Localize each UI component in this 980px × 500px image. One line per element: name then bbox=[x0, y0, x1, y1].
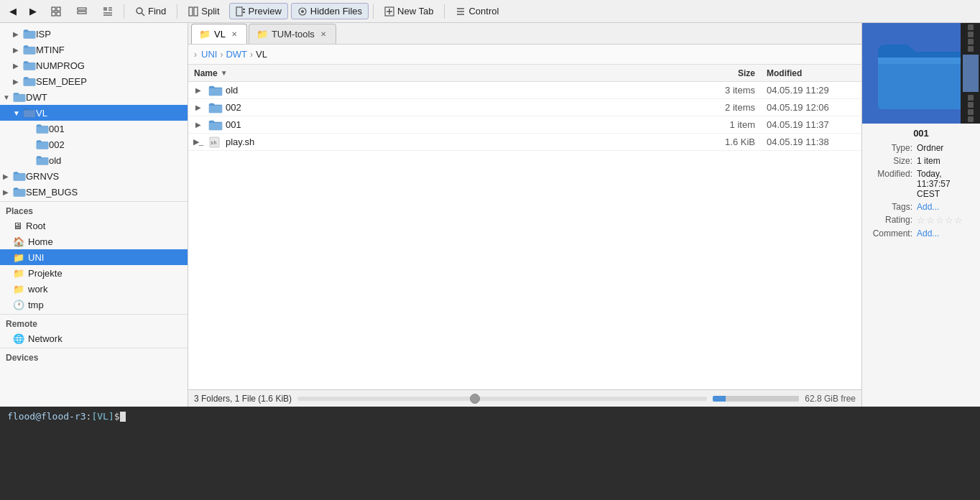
svg-rect-1 bbox=[57, 7, 60, 11]
filmstrip-hole-4 bbox=[968, 46, 974, 52]
sidebar-item-old[interactable]: old bbox=[0, 152, 188, 168]
sidebar-place-tmp[interactable]: 🕐 tmp bbox=[0, 297, 188, 312]
preview-tags-link[interactable]: Add... bbox=[917, 202, 939, 212]
folder-icon-002 bbox=[36, 139, 49, 150]
tab-vl-label: VL bbox=[214, 29, 226, 40]
sidebar-label-work: work bbox=[28, 284, 47, 295]
sidebar-label-network: Network bbox=[28, 333, 63, 344]
preview-modified-label: Modified: bbox=[868, 169, 917, 179]
col-name-header[interactable]: Name ▼ bbox=[188, 67, 703, 80]
file-row-playsh[interactable]: ▶_ sh play.sh 1.6 KiB 04.05.19 11:38 bbox=[188, 134, 861, 151]
preview-stars[interactable]: ☆☆☆☆☆ bbox=[917, 215, 963, 226]
folder-icon-grnvs bbox=[13, 170, 26, 182]
find-button[interactable]: Find bbox=[129, 3, 172, 19]
preview-button[interactable]: Preview bbox=[229, 3, 288, 19]
sidebar-remote-network[interactable]: 🌐 Network bbox=[0, 330, 188, 346]
view-detail-button[interactable] bbox=[96, 4, 119, 19]
sidebar-place-projekte[interactable]: 📁 Projekte bbox=[0, 265, 188, 281]
svg-rect-13 bbox=[189, 7, 193, 16]
breadcrumb-dwt[interactable]: DWT bbox=[226, 49, 247, 60]
file-size-001: 1 item bbox=[703, 118, 761, 131]
file-modified-001: 04.05.19 11:37 bbox=[761, 118, 861, 131]
svg-rect-5 bbox=[78, 11, 86, 14]
sidebar-item-mtinf[interactable]: ▶ MTINF bbox=[0, 42, 188, 57]
expand-old[interactable]: ▶ bbox=[191, 86, 205, 94]
status-slider-thumb bbox=[470, 394, 480, 404]
control-button[interactable]: Control bbox=[449, 3, 505, 19]
breadcrumb-vl: VL bbox=[256, 49, 267, 60]
sidebar-item-numprog[interactable]: ▶ NUMPROG bbox=[0, 57, 188, 73]
sep1 bbox=[124, 4, 124, 19]
sidebar-label-child-old: old bbox=[49, 155, 61, 166]
home-icon: 🏠 bbox=[13, 236, 24, 247]
content-pane: 📁 VL ✕ 📁 TUM-tools ✕ › UNI › DWT › VL Na… bbox=[188, 23, 861, 407]
find-icon bbox=[135, 6, 145, 17]
status-bar: 3 Folders, 1 File (1.6 KiB) 62.8 GiB fre… bbox=[188, 389, 861, 407]
new-tab-icon bbox=[384, 6, 394, 17]
terminal[interactable]: flood @ flood-r3 : [VL] $ bbox=[0, 407, 980, 500]
preview-icon bbox=[236, 6, 246, 17]
file-row-001-name: ▶ 001 bbox=[188, 118, 703, 132]
tree-arrow-vl: ▼ bbox=[13, 109, 23, 117]
file-row-old[interactable]: ▶ old 3 items 04.05.19 11:29 bbox=[188, 82, 861, 99]
sidebar: ▶ ISP ▶ MTINF ▶ bbox=[0, 23, 188, 407]
breadcrumb-uni[interactable]: UNI bbox=[201, 49, 217, 60]
tab-tum-tools[interactable]: 📁 TUM-tools ✕ bbox=[249, 24, 336, 44]
sidebar-item-dwt[interactable]: ▼ DWT bbox=[0, 89, 188, 105]
file-list: ▶ old 3 items 04.05.19 11:29 ▶ bbox=[188, 82, 861, 389]
sidebar-item-002[interactable]: 002 bbox=[0, 136, 188, 152]
sidebar-place-uni[interactable]: 📁 UNI bbox=[0, 249, 188, 265]
preview-type-label: Type: bbox=[868, 143, 917, 153]
new-tab-button[interactable]: New Tab bbox=[378, 3, 440, 19]
breadcrumb-chevron: › bbox=[194, 50, 197, 60]
forward-button[interactable]: ▶ bbox=[24, 3, 42, 19]
col-size-header[interactable]: Size bbox=[703, 67, 761, 80]
work-folder-icon: 📁 bbox=[13, 284, 24, 295]
sidebar-item-vl[interactable]: ▼ VL bbox=[0, 105, 188, 121]
tab-tum-tools-close[interactable]: ✕ bbox=[318, 29, 328, 39]
sidebar-item-grnvs[interactable]: ▶ GRNVS bbox=[0, 168, 188, 184]
preview-comment-link[interactable]: Add... bbox=[917, 228, 939, 239]
file-row-002[interactable]: ▶ 002 2 items 04.05.19 12:06 bbox=[188, 99, 861, 116]
tabs-bar: 📁 VL ✕ 📁 TUM-tools ✕ bbox=[188, 23, 861, 45]
preview-info: Type: Ordner Size: 1 item Modified: Toda… bbox=[862, 142, 980, 240]
sep2 bbox=[177, 4, 177, 19]
sidebar-item-isp[interactable]: ▶ ISP bbox=[0, 26, 188, 42]
preview-tags-label: Tags: bbox=[868, 202, 917, 212]
tree-arrow-isp: ▶ bbox=[13, 30, 23, 38]
sidebar-item-sem-bugs[interactable]: ▶ SEM_BUGS bbox=[0, 184, 188, 200]
sidebar-item-sem-deep[interactable]: ▶ SEM_DEEP bbox=[0, 73, 188, 89]
tab-vl[interactable]: 📁 VL ✕ bbox=[191, 24, 247, 44]
svg-rect-17 bbox=[243, 11, 245, 13]
control-icon bbox=[456, 6, 466, 17]
tree-arrow-numprog: ▶ bbox=[13, 62, 23, 70]
expand-001[interactable]: ▶ bbox=[191, 121, 205, 129]
status-slider[interactable] bbox=[297, 397, 707, 401]
sidebar-item-001[interactable]: 001 bbox=[0, 121, 188, 136]
filmstrip-hole-8 bbox=[968, 116, 974, 122]
tab-vl-close[interactable]: ✕ bbox=[229, 29, 239, 39]
toolbar: ◀ ▶ Find bbox=[0, 0, 980, 23]
file-modified-002: 04.05.19 12:06 bbox=[761, 101, 861, 114]
sidebar-label-projekte: Projekte bbox=[28, 268, 63, 279]
sidebar-place-work[interactable]: 📁 work bbox=[0, 281, 188, 297]
hidden-files-button[interactable]: Hidden Files bbox=[291, 3, 369, 19]
col-modified-header[interactable]: Modified bbox=[761, 67, 861, 80]
sidebar-place-home[interactable]: 🏠 Home bbox=[0, 233, 188, 249]
breadcrumb-sep-1: › bbox=[220, 50, 223, 60]
tree-arrow-sem-bugs: ▶ bbox=[3, 188, 13, 196]
view-list-button[interactable] bbox=[70, 4, 93, 19]
view-grid-button[interactable] bbox=[45, 4, 68, 19]
folder-icon-isp bbox=[23, 28, 36, 40]
file-modified-playsh: 04.05.19 11:38 bbox=[761, 135, 861, 149]
expand-002[interactable]: ▶ bbox=[191, 103, 205, 111]
split-button[interactable]: Split bbox=[182, 3, 226, 19]
file-modified-old: 04.05.19 11:29 bbox=[761, 83, 861, 97]
folder-icon-numprog bbox=[23, 60, 36, 71]
sidebar-place-root[interactable]: 🖥 Root bbox=[0, 218, 188, 233]
back-button[interactable]: ◀ bbox=[4, 3, 22, 19]
sidebar-divider-1 bbox=[0, 201, 188, 202]
file-row-001[interactable]: ▶ 001 1 item 04.05.19 11:37 bbox=[188, 116, 861, 134]
terminal-path: [VL] bbox=[91, 411, 114, 422]
expand-playsh[interactable]: ▶_ bbox=[191, 137, 205, 147]
